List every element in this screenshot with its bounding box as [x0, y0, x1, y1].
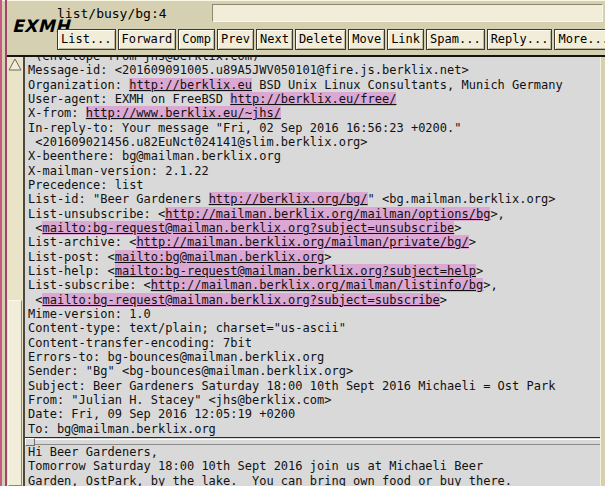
sash-bar [25, 439, 600, 445]
message-header-line: <mailto:bg-request@mailman.berklix.org?s… [28, 221, 600, 235]
header-pane: (envelope from jhs@berklix.com)Message-i… [25, 57, 600, 436]
hyperlink[interactable]: http://www.berklix.eu/~jhs/ [86, 106, 281, 120]
message-header-line: X-mailman-version: 2.1.22 [28, 164, 600, 178]
header-text: Errors-to: bg-bounces@mailman.berklix.or… [28, 350, 324, 364]
header-text: >, [490, 207, 504, 221]
header-text: < [28, 221, 42, 235]
message-header-line: <201609021456.u82EuNct024141@slim.berkli… [28, 135, 600, 149]
header-text: List-subscribe: < [28, 278, 151, 292]
header-text: X-mailman-version: 2.1.22 [28, 164, 209, 178]
header-text: Message-id: <201609091005.u89A5JWV050101… [28, 63, 469, 77]
message-header-line: List-unsubscribe: <http://mailman.berkli… [28, 207, 600, 221]
header-text: X-beenthere: bg@mailman.berklix.org [28, 149, 281, 163]
header-text: " <bg.mailman.berklix.org> [368, 192, 556, 206]
hyperlink[interactable]: http://mailman.berklix.org/mailman/priva… [136, 235, 468, 249]
window-frame-stripe-outer [0, 0, 2, 486]
scrollbar-thumb[interactable] [8, 300, 22, 486]
header-text: List-post: < [28, 250, 115, 264]
header-text: <201609021456.u82EuNct024141@slim.berkli… [28, 135, 368, 149]
hyperlink[interactable]: mailto:bg-request@mailman.berklix.org?su… [115, 264, 476, 278]
message-header-line: List-archive: <http://mailman.berklix.or… [28, 235, 600, 249]
message-header-line: User-agent: EXMH on FreeBSD http://berkl… [28, 92, 600, 106]
hyperlink[interactable]: http://mailman.berklix.org/mailman/optio… [165, 207, 490, 221]
header-text: Date: Fri, 09 Sep 2016 12:05:19 +0200 [28, 407, 295, 421]
toolbar-button-next[interactable]: Next [256, 29, 293, 50]
message-header-line: From: "Julian H. Stacey" <jhs@berklix.co… [28, 393, 600, 407]
header-text: > [469, 235, 476, 249]
header-text: List-help: < [28, 264, 115, 278]
message-header-line: Subject: Beer Gardeners Saturday 18:00 1… [28, 379, 600, 393]
header-text: From: "Julian H. Stacey" <jhs@berklix.co… [28, 393, 331, 407]
toolbar-button-reply[interactable]: Reply... [487, 29, 553, 50]
message-header-line: To: bg@mailman.berklix.org [28, 422, 600, 436]
hyperlink[interactable]: http://berklix.eu/free/ [230, 92, 396, 106]
toolbar-button-spam[interactable]: Spam... [426, 29, 485, 50]
message-header-line: List-help: <mailto:bg-request@mailman.be… [28, 264, 600, 278]
header-text: Content-type: text/plain; charset="us-as… [28, 321, 346, 335]
header-text: Subject: Beer Gardeners Saturday 18:00 1… [28, 379, 555, 393]
message-header-line: Errors-to: bg-bounces@mailman.berklix.or… [28, 350, 600, 364]
hyperlink[interactable]: http://berklix.org/bg/ [209, 192, 368, 206]
message-header-line: Organization: http://berklix.eu BSD Unix… [28, 78, 600, 92]
message-header-line: X-beenthere: bg@mailman.berklix.org [28, 149, 600, 163]
message-header-line: Content-type: text/plain; charset="us-as… [28, 321, 600, 335]
message-header-line: List-subscribe: <http://mailman.berklix.… [28, 278, 600, 292]
message-view: (envelope from jhs@berklix.com)Message-i… [7, 55, 605, 486]
body-pane: Hi Beer Gardeners,Tomorrow Saturday 18:0… [25, 445, 600, 486]
header-text: To: bg@mailman.berklix.org [28, 422, 216, 436]
top-bar: EXMH list/busy/bg:4 List...ForwardCompPr… [7, 0, 605, 55]
hyperlink[interactable]: http://mailman.berklix.org/mailman/listi… [151, 278, 483, 292]
header-text: >, [483, 278, 497, 292]
message-body-line: Tomorrow Saturday 18:00 10th Sept 2016 j… [28, 459, 600, 473]
header-text: < [28, 293, 42, 307]
message-header-line: X-from: http://www.berklix.eu/~jhs/ [28, 106, 600, 120]
hyperlink[interactable]: mailto:bg-request@mailman.berklix.org?su… [42, 293, 439, 307]
sash-grip-icon[interactable] [25, 438, 35, 446]
message-body-line: Hi Beer Gardeners, [28, 445, 600, 459]
hyperlink[interactable]: mailto:bg-request@mailman.berklix.org?su… [42, 221, 454, 235]
toolbar-button-more[interactable]: More... [554, 29, 605, 50]
header-text: List-archive: < [28, 235, 136, 249]
folder-status-label: list/busy/bg:4 [57, 6, 167, 21]
toolbar-button-forward[interactable]: Forward [118, 29, 177, 50]
message-header-line: List-post: <mailto:bg@mailman.berklix.or… [28, 250, 600, 264]
toolbar-button-link[interactable]: Link [387, 29, 424, 50]
message-header-line: In-reply-to: Your message "Fri, 02 Sep 2… [28, 121, 600, 135]
hyperlink[interactable]: mailto:bg@mailman.berklix.org [115, 250, 325, 264]
message-header-line: Precedence: list [28, 178, 600, 192]
header-text: In-reply-to: Your message "Fri, 02 Sep 2… [28, 121, 461, 135]
message-scrollbar[interactable] [7, 57, 25, 486]
message-header-line: List-id: "Beer Gardeners http://berklix.… [28, 192, 600, 206]
header-text: X-from: [28, 106, 86, 120]
header-text: > [476, 264, 483, 278]
toolbar-button-comp[interactable]: Comp [178, 29, 215, 50]
message-header-line: <mailto:bg-request@mailman.berklix.org?s… [28, 293, 600, 307]
header-text: Organization: [28, 78, 129, 92]
header-text: > [440, 293, 447, 307]
header-text: > [324, 250, 331, 264]
header-text: > [454, 221, 461, 235]
header-text: Precedence: list [28, 178, 144, 192]
message-header-line: Message-id: <201609091005.u89A5JWV050101… [28, 63, 600, 77]
toolbar-button-list[interactable]: List... [57, 29, 116, 50]
header-text: User-agent: EXMH on FreeBSD [28, 92, 230, 106]
header-text: Sender: "Bg" <bg-bounces@mailman.berklix… [28, 364, 353, 378]
message-text-area: (envelope from jhs@berklix.com)Message-i… [25, 57, 601, 486]
hyperlink[interactable]: http://berklix.eu [129, 78, 252, 92]
status-entry-input[interactable] [212, 4, 603, 22]
toolbar: List...ForwardCompPrevNextDeleteMoveLink… [57, 29, 602, 52]
pane-sash[interactable] [25, 437, 600, 445]
toolbar-button-move[interactable]: Move [348, 29, 385, 50]
message-header-line: Sender: "Bg" <bg-bounces@mailman.berklix… [28, 364, 600, 378]
header-text: List-unsubscribe: < [28, 207, 165, 221]
header-text: List-id: "Beer Gardeners [28, 192, 209, 206]
toolbar-button-delete[interactable]: Delete [295, 29, 346, 50]
message-header-line: Mime-version: 1.0 [28, 307, 600, 321]
toolbar-button-prev[interactable]: Prev [217, 29, 254, 50]
message-header-line: Content-transfer-encoding: 7bit [28, 336, 600, 350]
header-text: BSD Unix Linux Consultants, Munich Germa… [252, 78, 563, 92]
exmh-window: { "window": { "logo": "EXMH", "folder_la… [0, 0, 605, 486]
message-body-line: Garden, OstPark, by the lake. You can br… [28, 474, 600, 486]
scrollbar-up-arrow-icon[interactable] [8, 58, 22, 71]
header-text: Content-transfer-encoding: 7bit [28, 336, 252, 350]
